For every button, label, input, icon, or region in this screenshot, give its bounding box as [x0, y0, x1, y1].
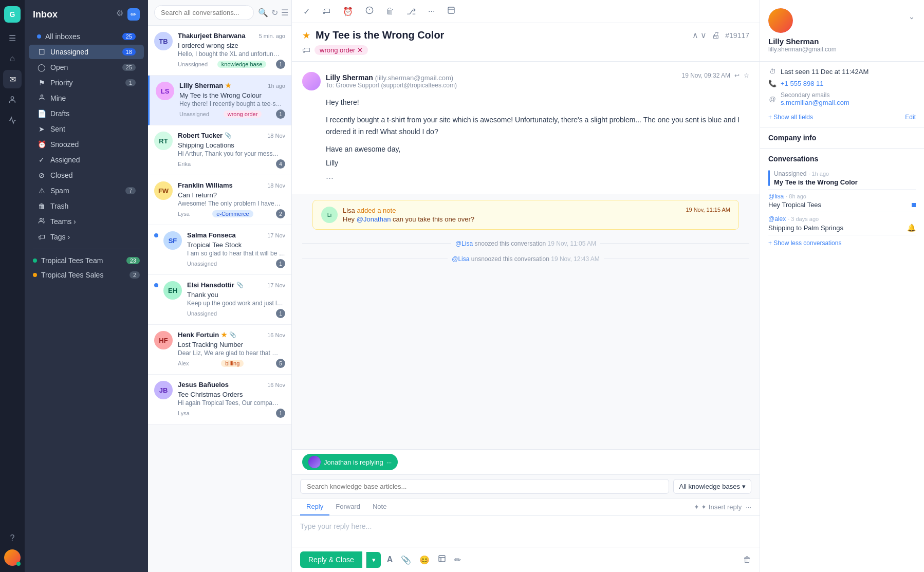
user-avatar-wrap[interactable] [4, 549, 21, 566]
sidebar-item-teams[interactable]: Teams › [29, 214, 144, 229]
toolbar-check-btn[interactable]: ✓ [300, 5, 313, 19]
reply-icon[interactable]: ↩ [734, 72, 740, 79]
sidebar-item-trash[interactable]: 🗑 Trash [29, 199, 144, 213]
conv-count-6: 1 [276, 309, 285, 318]
conv-item-4[interactable]: FW Franklin Williams 18 Nov Can I return… [148, 175, 291, 225]
conv-time-7: 16 Nov [267, 332, 285, 338]
sidebar-item-sent[interactable]: ➤ Sent [29, 122, 144, 136]
sidebar-team-tropical-sales[interactable]: Tropical Tees Sales 2 [25, 268, 148, 282]
show-all-fields-btn[interactable]: + Show all fields [768, 114, 813, 121]
contact-expand-icon[interactable] [908, 15, 916, 26]
trash-icon: 🗑 [37, 202, 46, 210]
sidebar-item-unassigned[interactable]: ☐ Unassigned 18 [29, 45, 144, 59]
sidebar-compose-icon[interactable]: ✏ [127, 8, 140, 21]
conv-next-icon[interactable]: ∨ [700, 30, 707, 40]
conv-avatar-3: RT [154, 132, 173, 150]
reply-template-icon[interactable] [436, 552, 448, 567]
kb-dropdown[interactable]: All knowledge bases ▾ [673, 479, 751, 494]
svg-rect-7 [439, 556, 445, 562]
inbox-nav-icon[interactable]: ✉ [3, 70, 22, 88]
filter-icon[interactable]: ☰ [281, 8, 288, 17]
toolbar-tag-btn[interactable]: 🏷 [319, 5, 334, 18]
replying-pill: Jonathan is replying ··· [302, 454, 398, 470]
conv-item-3[interactable]: RT Robert Tucker 📎 18 Nov Shipping Locat… [148, 125, 291, 175]
right-conv-item-1[interactable]: Unassigned · 1h ago My Tee is the Wrong … [768, 167, 916, 190]
sidebar-item-all-inboxes[interactable]: All inboxes 25 [29, 29, 144, 44]
secondary-email-value[interactable]: s.mcmillan@gmail.com [781, 99, 849, 106]
message-star-icon[interactable]: ☆ [744, 72, 749, 79]
sidebar-item-closed[interactable]: ⊘ Closed [29, 168, 144, 182]
sidebar-item-assigned[interactable]: ✓ Assigned [29, 153, 144, 167]
right-conv-item-2[interactable]: @lisa · 8h ago Hey Tropical Tees [768, 190, 916, 212]
conversation-list: 🔍 ↻ ☰ TB Thakurjeet Bharwana 5 min. ago … [148, 0, 292, 572]
sidebar-team-tropical-tees[interactable]: Tropical Tees Team 23 [25, 253, 148, 268]
event-1-time: 19 Nov, 11:05 AM [548, 240, 597, 247]
show-less-conversations-btn[interactable]: + Show less conversations [760, 235, 924, 251]
conv-item-6[interactable]: EH Elsi Hansdottir 📎 17 Nov Thank you Ke… [148, 275, 291, 325]
sidebar-item-tags[interactable]: 🏷 Tags › [29, 230, 144, 244]
conv-item-8[interactable]: JB Jesus Bañuelos 16 Nov Tee Christmas O… [148, 375, 291, 425]
tropical-sales-dot [33, 273, 37, 277]
replying-label: Jonathan is replying [324, 458, 383, 466]
sidebar-settings-icon[interactable]: ⚙ [116, 8, 123, 21]
replying-bar: Jonathan is replying ··· [292, 449, 760, 474]
right-conv-item-3[interactable]: @alex · 3 days ago Shipping to Palm Spri… [768, 212, 916, 235]
reply-send-dropdown-btn[interactable]: ▾ [366, 552, 381, 568]
app-logo[interactable]: G [4, 6, 21, 23]
message-more-btn[interactable]: ··· [302, 173, 749, 183]
insert-reply-btn[interactable]: ✦ ✦ Insert reply [694, 503, 742, 511]
sidebar-item-snoozed[interactable]: ⏰ Snoozed [29, 137, 144, 152]
reply-input[interactable]: Type your reply here... [292, 516, 760, 547]
reply-tab-note[interactable]: Note [366, 499, 393, 515]
reply-attach-icon[interactable]: 📎 [399, 553, 413, 567]
edit-contact-btn[interactable]: Edit [905, 114, 916, 121]
reply-tab-reply[interactable]: Reply [300, 499, 329, 515]
sidebar-item-spam[interactable]: ⚠ Spam 7 [29, 183, 144, 198]
conv-item-7[interactable]: HF Henk Fortuin ★ 📎 16 Nov Lost Tracking… [148, 325, 291, 375]
conv-tag-7: billing [221, 360, 244, 367]
conv-subject-6: Thank you [187, 291, 285, 299]
conv-tag-remove-btn[interactable]: ✕ [357, 46, 363, 54]
conv-subject-4: Can I return? [178, 191, 285, 199]
conv-item-1[interactable]: TB Thakurjeet Bharwana 5 min. ago I orde… [148, 26, 291, 76]
icon-bar: G ☰ ⌂ ✉ ? [0, 0, 25, 572]
conv-search-input[interactable] [154, 5, 254, 20]
home-nav-icon[interactable]: ⌂ [3, 49, 22, 68]
search-icon[interactable]: 🔍 [258, 8, 268, 17]
phone-value[interactable]: +1 555 898 11 [781, 80, 824, 87]
contacts-nav-icon[interactable] [3, 90, 22, 109]
toolbar-more-btn[interactable]: ··· [425, 5, 438, 18]
print-icon[interactable]: 🖨 [712, 31, 720, 40]
reply-trash-btn[interactable]: 🗑 [743, 555, 751, 564]
sidebar-item-drafts[interactable]: 📄 Drafts [29, 106, 144, 121]
conv-preview-1: Hello, I bought the XL and unfortuna... [178, 50, 281, 58]
conv-star-icon[interactable]: ★ [302, 30, 310, 41]
sidebar-menu-icon[interactable]: ☰ [3, 29, 22, 47]
toolbar-alert-btn[interactable] [362, 4, 377, 19]
conv-count-5: 1 [276, 259, 285, 268]
reply-bold-icon[interactable]: A [385, 553, 395, 566]
conv-item-5[interactable]: SF Salma Fonseca 17 Nov Tropical Tee Sto… [148, 225, 291, 275]
conversations-section: Conversations Unassigned · 1h ago My Tee… [760, 149, 924, 251]
refresh-icon[interactable]: ↻ [271, 8, 278, 17]
question-nav-icon[interactable]: ? [3, 529, 22, 547]
kb-search-input[interactable] [300, 479, 669, 494]
toolbar-branch-btn[interactable]: ⎇ [403, 5, 419, 19]
sidebar-item-priority[interactable]: ⚑ Priority 1 [29, 76, 144, 90]
conv-sender-5: Salma Fonseca [187, 231, 236, 239]
reply-signature-icon[interactable]: ✏ [452, 553, 463, 567]
conv-prev-icon[interactable]: ∧ [692, 30, 698, 40]
reply-actions-more[interactable]: ··· [746, 503, 751, 511]
toolbar-snooze-btn[interactable]: ⏰ [340, 5, 356, 19]
reply-tab-forward[interactable]: Forward [329, 499, 366, 515]
toolbar-avatar-btn[interactable] [444, 4, 458, 19]
conv-item-2[interactable]: LS Lilly Sherman ★ 1h ago My Tee is the … [148, 76, 291, 125]
reports-nav-icon[interactable] [3, 111, 22, 130]
mine-icon [37, 94, 46, 102]
reply-emoji-icon[interactable]: 😊 [417, 553, 432, 567]
sidebar-item-open[interactable]: ◯ Open 25 [29, 60, 144, 75]
sidebar-item-mine[interactable]: Mine [29, 91, 144, 105]
toolbar-trash-btn[interactable]: 🗑 [383, 5, 397, 18]
teams-icon [37, 217, 46, 226]
reply-send-btn[interactable]: Reply & Close [300, 551, 362, 568]
